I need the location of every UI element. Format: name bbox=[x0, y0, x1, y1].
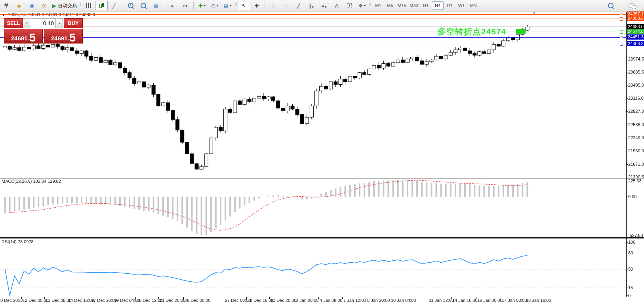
channel-icon-sub: E bbox=[312, 6, 314, 9]
arrows-dropdown-icon[interactable]: ▾ bbox=[364, 4, 366, 8]
toolbar-separator bbox=[164, 2, 165, 9]
indicators-dropdown-icon[interactable]: ▾ bbox=[204, 4, 206, 8]
crosshair-button[interactable]: ✚ bbox=[250, 1, 263, 10]
ohlc-high: 24701.0 bbox=[45, 12, 61, 17]
community-button[interactable]: ◉ bbox=[25, 1, 38, 10]
auto-scroll-button[interactable]: ▸ bbox=[166, 1, 179, 10]
buy-button[interactable]: BUY bbox=[64, 18, 83, 28]
timeframe-button-h4[interactable]: H4 bbox=[432, 1, 444, 10]
crosshair-icon: ✚ bbox=[255, 3, 259, 8]
indicators-button[interactable]: ✚▾ bbox=[196, 1, 208, 10]
autotrading-icon: ▶ bbox=[52, 3, 56, 8]
periods-button[interactable]: ◷▾ bbox=[208, 1, 221, 10]
trendline-button[interactable]: ╱ bbox=[292, 1, 305, 10]
zoom-in-button[interactable]: + bbox=[124, 1, 137, 10]
chat-button[interactable] bbox=[625, 1, 638, 10]
news-button[interactable]: ◎ bbox=[38, 1, 51, 10]
line-handle[interactable] bbox=[620, 17, 623, 21]
gold-button[interactable]: ◆ bbox=[13, 1, 25, 10]
text-label-button[interactable]: T bbox=[343, 1, 356, 10]
horizontal-level-line[interactable] bbox=[0, 44, 626, 44]
vertical-line-button[interactable]: │ bbox=[267, 1, 280, 10]
rsi-indicator-label: RSI(14) 78.0978 bbox=[2, 239, 34, 244]
candlestick-chart-button[interactable] bbox=[95, 1, 108, 10]
fibonacci-button[interactable]: ≡F bbox=[318, 1, 330, 10]
line-handle[interactable] bbox=[620, 43, 623, 46]
timeframe-button-m15[interactable]: M15 bbox=[396, 1, 408, 10]
cursor-button[interactable]: ↖ bbox=[238, 1, 250, 10]
symbol-header: ▲ DJ30-,H4 24641.0 24701.0 24617.0 24683… bbox=[2, 12, 95, 17]
toolbar-right-icons bbox=[604, 1, 638, 10]
price-level-badge: 24451.3 bbox=[627, 34, 644, 40]
text-button[interactable]: A bbox=[330, 1, 343, 10]
timeframe-button-m5[interactable]: M5 bbox=[384, 1, 396, 10]
horizontal-level-line[interactable] bbox=[0, 19, 626, 19]
search-button[interactable] bbox=[604, 1, 617, 10]
ohlc-low: 24617.0 bbox=[62, 12, 78, 17]
toolbar-separator bbox=[122, 2, 123, 9]
channel-icon: ∥ bbox=[309, 3, 312, 8]
channel-button[interactable]: ∥E bbox=[305, 1, 318, 10]
line-handle[interactable] bbox=[620, 13, 623, 16]
volume-decrease-button[interactable]: ▼ bbox=[24, 18, 30, 28]
chart-canvas[interactable] bbox=[0, 0, 644, 307]
auto-scroll-icon: ▸ bbox=[171, 3, 174, 8]
macd-axis-label: 225.63 bbox=[628, 178, 642, 183]
toolbar-separator bbox=[80, 2, 81, 9]
rsi-axis-label: 80 bbox=[628, 250, 633, 255]
bar-chart-button[interactable] bbox=[82, 1, 95, 10]
price-level-badge: 24858.6 bbox=[627, 16, 644, 21]
volume-increase-button[interactable]: ▲ bbox=[57, 18, 63, 28]
price-axis-tick-label: 22827.0 bbox=[628, 109, 644, 114]
time-axis-label: 10 Jan 04:00 bbox=[391, 298, 416, 303]
sell-button[interactable]: SELL bbox=[4, 18, 23, 28]
macd-axis-label: -527.68 bbox=[628, 233, 643, 238]
price-axis-tick-label: 23405.0 bbox=[628, 83, 644, 87]
periods-icon: ◷ bbox=[211, 3, 215, 8]
buy-price-display[interactable]: 24691.5 bbox=[44, 29, 83, 44]
arrows-button[interactable]: ❖▾ bbox=[356, 1, 368, 10]
time-axis-label: 3 Jan 00:00 bbox=[296, 298, 319, 303]
sell-price-main: 24681 bbox=[11, 35, 28, 41]
toolbar-separator bbox=[370, 2, 371, 9]
mt4-chart-window: 单◆◉◎▶自动交易╱+−▦▸↦✚▾◷▾▤▾↖✚│─╱∥E≡FAT❖▾M1M5M1… bbox=[0, 0, 644, 307]
chart-shift-icon: ↦ bbox=[183, 3, 188, 8]
time-axis-label: 17 Dec 20:00 bbox=[91, 298, 117, 303]
ohlc-close: 24683.0 bbox=[79, 12, 95, 17]
autotrading-button[interactable]: ▶自动交易 bbox=[51, 1, 78, 10]
buy-price-main: 24691 bbox=[51, 35, 68, 41]
volume-input[interactable]: 0.10 bbox=[31, 18, 56, 28]
search-icon bbox=[608, 3, 614, 8]
horizontal-level-line[interactable] bbox=[0, 32, 626, 32]
cursor-icon: ↖ bbox=[242, 3, 246, 8]
line-chart-button[interactable]: ╱ bbox=[108, 1, 120, 10]
rsi-axis-label: 0 bbox=[628, 293, 631, 298]
arrows-icon: ❖ bbox=[358, 3, 363, 8]
horizontal-line-button[interactable]: ─ bbox=[280, 1, 292, 10]
new-order-button[interactable]: 单 bbox=[0, 1, 13, 10]
vertical-line-icon: │ bbox=[272, 3, 275, 8]
price-level-badge: 24303.3 bbox=[627, 41, 644, 46]
line-handle[interactable] bbox=[620, 36, 623, 39]
line-handle[interactable] bbox=[620, 30, 623, 34]
time-axis-label: 13 Dec 08:00 bbox=[46, 298, 71, 303]
price-axis-tick-label: 22249.0 bbox=[628, 135, 644, 140]
zoom-out-button[interactable]: − bbox=[137, 1, 150, 10]
timeframe-button-m1[interactable]: M1 bbox=[372, 1, 384, 10]
sell-price-display[interactable]: 24681.5 bbox=[4, 29, 43, 44]
timeframe-button-m30[interactable]: M30 bbox=[408, 1, 420, 10]
chart-shift-button[interactable]: ↦ bbox=[179, 1, 192, 10]
text-label-icon: T bbox=[347, 3, 352, 8]
time-axis-label: 11 Jan 12:00 bbox=[429, 298, 454, 303]
horizontal-level-line[interactable] bbox=[0, 14, 626, 15]
periods-dropdown-icon[interactable]: ▾ bbox=[217, 4, 218, 8]
timeframe-button-mn[interactable]: MN bbox=[467, 1, 479, 10]
templates-button[interactable]: ▤▾ bbox=[221, 1, 234, 10]
current-price-line[interactable] bbox=[0, 27, 626, 27]
timeframe-button-d1[interactable]: D1 bbox=[444, 1, 455, 10]
tile-windows-button[interactable]: ▦ bbox=[150, 1, 162, 10]
horizontal-level-line[interactable] bbox=[0, 37, 626, 38]
timeframe-button-h1[interactable]: H1 bbox=[420, 1, 432, 10]
templates-dropdown-icon[interactable]: ▾ bbox=[230, 4, 231, 8]
timeframe-button-w1[interactable]: W1 bbox=[455, 1, 467, 10]
